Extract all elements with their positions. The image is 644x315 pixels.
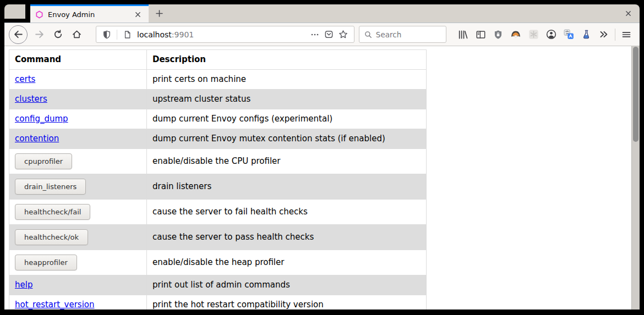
command-button[interactable]: heapprofiler <box>15 255 77 270</box>
table-row: healthcheck/failcause the server to fail… <box>9 200 427 225</box>
description-cell: enable/disable the heap profiler <box>147 250 427 275</box>
page-actions-button[interactable] <box>309 29 321 41</box>
table-row: helpprint out list of admin commands <box>9 275 427 295</box>
command-link[interactable]: certs <box>15 74 35 84</box>
command-cell: healthcheck/ok <box>9 225 147 250</box>
table-row: cpuprofilerenable/disable the CPU profil… <box>9 149 427 174</box>
pocket-button[interactable] <box>323 29 335 41</box>
description-cell: dump current Envoy mutex contention stat… <box>147 129 427 149</box>
command-cell: cpuprofiler <box>9 149 147 174</box>
tracking-shield-icon <box>102 30 111 39</box>
command-link[interactable]: help <box>15 280 32 290</box>
command-table-head-row: CommandDescription <box>9 50 427 70</box>
command-cell: config_dump <box>9 109 147 129</box>
extension-disabled-button[interactable] <box>526 27 541 42</box>
page-actions-icon <box>310 30 319 39</box>
command-cell: healthcheck/fail <box>9 200 147 225</box>
window-close-button[interactable] <box>622 8 634 20</box>
browser-tab-envoy-admin[interactable]: Envoy Admin <box>30 4 149 23</box>
description-cell: enable/disable the CPU profiler <box>147 149 427 174</box>
column-header: Description <box>147 50 427 70</box>
table-row: healthcheck/okcause the server to pass h… <box>9 225 427 250</box>
vertical-scrollbar[interactable] <box>631 46 640 310</box>
url-text: localhost:9901 <box>137 30 305 39</box>
command-cell: hot_restart_version <box>9 295 147 310</box>
table-row: config_dumpdump current Envoy configs (e… <box>9 109 427 129</box>
toolbar-icon-group <box>455 27 612 42</box>
tab-close-button[interactable] <box>132 8 144 20</box>
reload-button[interactable] <box>51 27 65 42</box>
table-row: clustersupstream cluster status <box>9 90 427 109</box>
overflow-chevron-icon <box>599 30 609 39</box>
tab-strip <box>149 4 640 23</box>
home-icon <box>72 30 81 39</box>
command-button[interactable]: cpuprofiler <box>15 153 72 169</box>
tab-title: Envoy Admin <box>48 10 127 19</box>
description-cell: drain listeners <box>147 174 427 200</box>
bookmark-star-icon <box>339 30 348 39</box>
extension-disabled-icon <box>528 29 539 40</box>
translate-icon <box>564 29 574 40</box>
command-button[interactable]: drain_listeners <box>15 179 86 195</box>
url-host: localhost <box>137 30 172 39</box>
back-button[interactable] <box>9 25 28 44</box>
shield-lock-icon <box>493 30 503 40</box>
description-cell: print out list of admin commands <box>147 275 427 295</box>
sidebar-icon <box>476 30 486 40</box>
command-link[interactable]: config_dump <box>15 114 68 124</box>
account-button[interactable] <box>543 27 559 42</box>
command-cell: drain_listeners <box>9 174 147 200</box>
overflow-chevron-button[interactable] <box>596 27 612 42</box>
envoy-hexagon-icon <box>35 10 43 19</box>
sidebar-button[interactable] <box>473 27 488 42</box>
description-cell: upstream cluster status <box>147 90 427 109</box>
privacy-badger-button[interactable] <box>508 27 523 42</box>
new-tab-button[interactable] <box>153 8 165 20</box>
toolbar-separator <box>615 29 615 41</box>
command-link[interactable]: contention <box>15 134 59 143</box>
table-row: drain_listenersdrain listeners <box>9 174 427 200</box>
close-icon <box>625 10 632 17</box>
forward-button[interactable] <box>32 27 46 42</box>
forward-icon <box>35 30 44 39</box>
description-cell: cause the server to fail health checks <box>147 200 427 225</box>
scrollbar-thumb[interactable] <box>633 47 638 142</box>
urlbar-left-icons <box>101 29 133 41</box>
library-button[interactable] <box>455 27 471 42</box>
description-cell: print certs on machine <box>147 70 427 90</box>
command-link[interactable]: hot_restart_version <box>15 300 95 310</box>
table-row: heapprofilerenable/disable the heap prof… <box>9 250 427 275</box>
menu-button[interactable] <box>619 27 634 42</box>
back-icon <box>14 30 23 39</box>
table-row: contentiondump current Envoy mutex conte… <box>9 129 427 149</box>
flask-button[interactable] <box>578 27 594 42</box>
command-cell: help <box>9 275 147 295</box>
navigation-toolbar: localhost:9901 <box>4 23 640 46</box>
search-input[interactable] <box>376 30 441 39</box>
command-cell: heapprofiler <box>9 250 147 275</box>
table-row: hot_restart_versionprint the hot restart… <box>9 295 427 310</box>
shield-lock-button[interactable] <box>490 27 506 42</box>
search-icon <box>364 31 372 38</box>
translate-button[interactable] <box>561 27 576 42</box>
nav-button-group <box>9 25 84 44</box>
command-cell: contention <box>9 129 147 149</box>
titlebar-spacer <box>4 4 25 19</box>
home-button[interactable] <box>69 27 84 42</box>
bookmark-star-button[interactable] <box>337 29 350 41</box>
pocket-icon <box>324 30 334 39</box>
page-icon <box>123 30 132 39</box>
command-link[interactable]: clusters <box>15 94 47 104</box>
admin-command-table: CommandDescription certsprint certs on m… <box>9 49 427 310</box>
url-bar[interactable]: localhost:9901 <box>96 26 354 43</box>
tracking-shield-button[interactable] <box>101 29 113 41</box>
search-box[interactable] <box>359 26 446 43</box>
page-button[interactable] <box>121 29 133 41</box>
command-cell: clusters <box>9 90 147 109</box>
command-button[interactable]: healthcheck/fail <box>15 204 90 220</box>
plus-icon <box>155 9 163 18</box>
command-button[interactable]: healthcheck/ok <box>15 229 88 245</box>
flask-icon <box>581 29 591 40</box>
column-header: Command <box>9 50 147 70</box>
description-cell: print the hot restart compatibility vers… <box>147 295 427 310</box>
